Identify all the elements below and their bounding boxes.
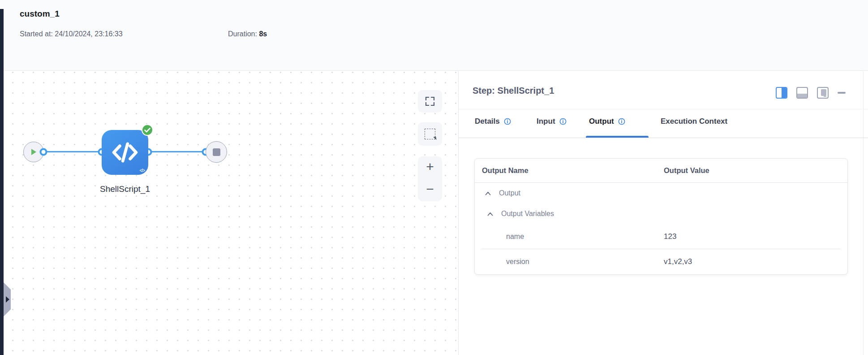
table-row: Output Variables <box>475 203 847 224</box>
success-check-badge <box>142 124 153 136</box>
panel-layout-controls <box>776 87 846 99</box>
pipeline-canvas[interactable]: </> ShellScript_1 + − <box>4 71 459 355</box>
marquee-select-button[interactable] <box>418 122 442 146</box>
expand-sidebar-handle[interactable] <box>4 282 11 316</box>
run-title: custom_1 <box>20 9 60 19</box>
duration-label: Duration: <box>228 30 257 38</box>
tab-input-label: Input <box>537 117 555 126</box>
layout-right-split-icon[interactable] <box>776 87 787 99</box>
info-icon <box>618 118 625 125</box>
layout-drawer-icon[interactable] <box>817 87 829 99</box>
group-label: Output <box>499 189 520 197</box>
output-variable-name: version <box>475 258 664 266</box>
table-row: Output <box>475 183 847 203</box>
execution-detail-page: custom_1 Started at: 24/10/2024, 23:16:3… <box>0 0 868 355</box>
table-row: name 123 <box>475 224 847 249</box>
panel-edge-divider <box>863 71 864 355</box>
stop-icon <box>213 148 220 156</box>
left-edge-rail <box>0 9 4 355</box>
shellscript-step-node[interactable]: </> <box>102 130 148 175</box>
table-header-row: Output Name Output Value <box>475 159 847 183</box>
zoom-controls: + − <box>418 156 442 201</box>
play-icon <box>31 148 37 156</box>
fit-to-screen-button[interactable] <box>418 90 442 113</box>
panel-header-divider <box>459 109 868 109</box>
port-start-out[interactable] <box>40 148 47 156</box>
zoom-in-button[interactable]: + <box>426 161 434 173</box>
tab-execution-context-label: Execution Context <box>661 117 727 126</box>
layout-bottom-panel-icon[interactable] <box>796 87 808 99</box>
started-at-label: Started at: <box>20 30 53 38</box>
code-icon <box>111 142 139 163</box>
fullscreen-icon <box>425 96 435 106</box>
tab-output-active[interactable]: Output <box>589 117 625 126</box>
minimize-panel-icon[interactable] <box>838 92 846 94</box>
tab-input[interactable]: Input <box>537 117 567 126</box>
tab-details-label: Details <box>475 117 500 126</box>
output-variable-value: 123 <box>664 232 847 241</box>
started-at-value: 24/10/2024, 23:16:33 <box>55 30 122 38</box>
duration-value: 8s <box>259 30 267 38</box>
step-node-label: ShellScript_1 <box>79 184 171 194</box>
column-output-value: Output Value <box>664 166 847 175</box>
column-output-name: Output Name <box>475 166 664 175</box>
table-row: version v1,v2,v3 <box>475 249 847 274</box>
started-at-text: Started at: 24/10/2024, 23:16:33 <box>20 30 123 38</box>
zoom-out-button[interactable]: − <box>426 183 434 195</box>
output-table-card: Output Name Output Value Output <box>474 158 848 275</box>
end-node[interactable] <box>206 141 227 163</box>
collapse-output-button[interactable] <box>485 191 491 195</box>
tabs-bottom-divider <box>459 138 868 138</box>
tab-execution-context[interactable]: Execution Context <box>661 117 727 126</box>
output-variable-name: name <box>475 233 664 241</box>
check-icon <box>144 128 150 133</box>
info-icon <box>504 118 511 125</box>
tab-details[interactable]: Details <box>475 117 511 126</box>
step-panel-title: Step: ShellScript_1 <box>473 86 554 96</box>
duration-text: Duration: 8s <box>228 30 267 38</box>
info-icon <box>559 118 567 125</box>
sidebar-handle-shape <box>4 282 11 316</box>
edge-step-to-end <box>148 151 206 152</box>
chevron-up-icon <box>485 191 491 195</box>
step-details-panel: Step: ShellScript_1 Details Input <box>459 71 868 355</box>
edge-start-to-step <box>43 151 102 152</box>
selection-box-icon <box>425 129 435 139</box>
group-label: Output Variables <box>501 210 554 218</box>
collapse-output-variables-button[interactable] <box>487 212 493 216</box>
run-header: custom_1 Started at: 24/10/2024, 23:16:3… <box>0 0 868 71</box>
tab-output-label: Output <box>589 117 614 126</box>
output-variable-value: v1,v2,v3 <box>664 257 847 266</box>
chevron-up-icon <box>487 212 493 216</box>
shell-script-type-icon: </> <box>140 168 145 173</box>
